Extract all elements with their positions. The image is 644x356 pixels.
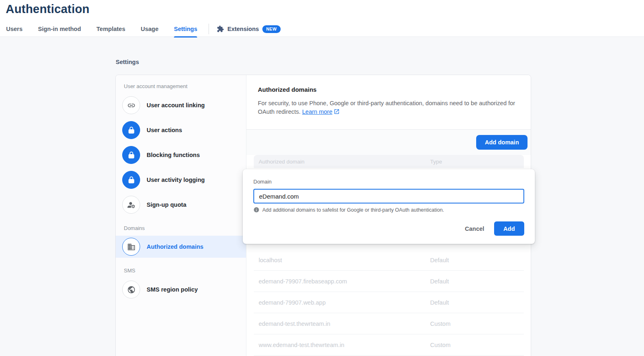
new-badge: NEW bbox=[262, 25, 281, 33]
lock-icon bbox=[122, 146, 140, 164]
extension-puzzle-icon bbox=[217, 25, 224, 33]
sidebar-item-blocking-functions[interactable]: Blocking functions bbox=[116, 146, 246, 164]
tab-extensions[interactable]: Extensions NEW bbox=[213, 25, 285, 33]
sidebar-item-label: Blocking functions bbox=[147, 152, 200, 158]
tab-templates[interactable]: Templates bbox=[89, 21, 133, 37]
domain-input[interactable] bbox=[253, 189, 524, 203]
add-domain-button[interactable]: Add domain bbox=[476, 135, 528, 150]
sidebar-item-user-activity-logging[interactable]: User activity logging bbox=[116, 171, 246, 189]
panel-info-section: Authorized domains For security, to use … bbox=[246, 75, 531, 130]
type-cell: Default bbox=[430, 299, 519, 306]
dialog-actions: Cancel Add bbox=[253, 221, 524, 236]
sidebar-item-label: SMS region policy bbox=[147, 286, 198, 293]
column-header-type: Type bbox=[430, 159, 519, 165]
panel-actions-section: Add domain bbox=[246, 130, 531, 155]
settings-section-title: Settings bbox=[116, 59, 139, 65]
type-cell: Custom bbox=[430, 321, 519, 327]
domain-cell: edemand-79907.firebaseapp.com bbox=[259, 278, 430, 285]
domain-cell: localhost bbox=[259, 257, 430, 263]
lock-icon bbox=[122, 171, 140, 189]
add-button[interactable]: Add bbox=[494, 221, 524, 236]
type-cell: Default bbox=[430, 278, 519, 285]
tab-divider bbox=[209, 24, 209, 34]
sidebar-item-authorized-domains[interactable]: Authorized domains bbox=[116, 236, 246, 258]
type-cell: Custom bbox=[430, 342, 519, 348]
page-title: Authentication bbox=[6, 2, 644, 16]
sidebar-item-label: User actions bbox=[147, 127, 182, 133]
sidebar-item-sms-region-policy[interactable]: SMS region policy bbox=[116, 281, 246, 299]
panel-heading: Authorized domains bbox=[258, 86, 519, 93]
lock-icon bbox=[122, 121, 140, 139]
domain-cell: edemand-test.thewrteam.in bbox=[259, 321, 430, 327]
sidebar-item-label: Sign-up quota bbox=[147, 201, 186, 208]
sidebar-item-label: Authorized domains bbox=[147, 243, 203, 250]
manage-accounts-icon bbox=[122, 196, 140, 214]
table-row: edemand-79907.firebaseapp.com Default bbox=[254, 271, 524, 292]
domain-cell: www.edemand-test.thewrteam.in bbox=[259, 342, 430, 348]
panel-description-text: For security, to use Phone, Google or th… bbox=[258, 100, 515, 115]
app-header: Authentication bbox=[0, 0, 644, 16]
sidebar-item-sign-up-quota[interactable]: Sign-up quota bbox=[116, 196, 246, 214]
sidebar-item-label: User account linking bbox=[147, 102, 205, 108]
tab-settings[interactable]: Settings bbox=[166, 21, 205, 37]
add-domain-dialog: Domain Add additional domains to safelis… bbox=[243, 169, 535, 244]
open-in-new-icon bbox=[334, 108, 340, 115]
globe-icon bbox=[122, 281, 140, 299]
sidebar-item-user-actions[interactable]: User actions bbox=[116, 121, 246, 139]
nav-section-header: User account management bbox=[124, 83, 238, 89]
column-header-authorized-domain: Authorized domain bbox=[259, 159, 430, 165]
table-row: edemand-79907.web.app Default bbox=[254, 292, 524, 313]
dialog-helper: Add additional domains to safelist for G… bbox=[253, 207, 524, 213]
domain-field-label: Domain bbox=[253, 179, 524, 185]
cancel-button[interactable]: Cancel bbox=[460, 222, 489, 235]
dialog-helper-text: Add additional domains to safelist for G… bbox=[262, 207, 444, 213]
sidebar-item-user-account-linking[interactable]: User account linking bbox=[116, 96, 246, 114]
settings-side-nav: User account management User account lin… bbox=[116, 75, 246, 356]
table-header-row: Authorized domain Type bbox=[254, 155, 524, 168]
table-row: www.edemand-test.thewrteam.in Custom bbox=[254, 334, 524, 356]
tab-usage[interactable]: Usage bbox=[133, 21, 166, 37]
panel-description: For security, to use Phone, Google or th… bbox=[258, 99, 519, 116]
learn-more-label: Learn more bbox=[302, 108, 332, 115]
type-cell: Default bbox=[430, 257, 519, 263]
tab-bar: Users Sign-in method Templates Usage Set… bbox=[0, 21, 644, 37]
tab-extensions-label: Extensions bbox=[227, 26, 259, 32]
tab-users[interactable]: Users bbox=[0, 21, 30, 37]
nav-section-header: Domains bbox=[124, 225, 238, 231]
nav-section-header: SMS bbox=[124, 268, 238, 274]
learn-more-link[interactable]: Learn more bbox=[302, 108, 340, 115]
domain-icon bbox=[122, 238, 140, 256]
link-icon bbox=[122, 96, 140, 114]
tab-sign-in-method[interactable]: Sign-in method bbox=[30, 21, 89, 37]
table-row: localhost Default bbox=[254, 250, 524, 271]
domain-cell: edemand-79907.web.app bbox=[259, 299, 430, 306]
sidebar-item-label: User activity logging bbox=[147, 177, 205, 183]
info-icon bbox=[253, 207, 259, 213]
table-row: edemand-test.thewrteam.in Custom bbox=[254, 313, 524, 334]
